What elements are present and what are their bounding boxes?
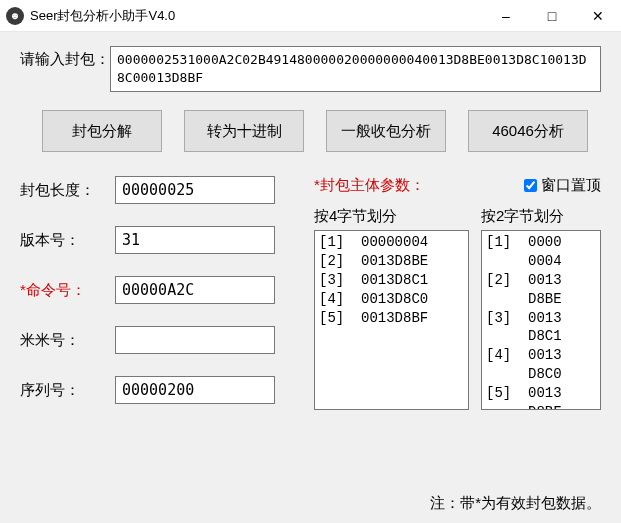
params-header: *封包主体参数： 窗口置顶 bbox=[314, 176, 601, 195]
command-row: *命令号： bbox=[20, 276, 300, 304]
serial-row: 序列号： bbox=[20, 376, 300, 404]
titlebar: ☻ Seer封包分析小助手V4.0 – □ ✕ bbox=[0, 0, 621, 32]
command-label: *命令号： bbox=[20, 281, 115, 300]
by2-group: 按2字节划分 [1] 0000 0004 [2] 0013 D8BE [3] 0… bbox=[481, 207, 601, 410]
length-label: 封包长度： bbox=[20, 181, 115, 200]
version-row: 版本号： bbox=[20, 226, 300, 254]
length-row: 封包长度： bbox=[20, 176, 300, 204]
minimize-button[interactable]: – bbox=[483, 0, 529, 31]
version-field[interactable] bbox=[115, 226, 275, 254]
topmost-checkbox[interactable] bbox=[524, 179, 537, 192]
topmost-label: 窗口置顶 bbox=[541, 176, 601, 195]
by2-listbox[interactable]: [1] 0000 0004 [2] 0013 D8BE [3] 0013 D8C… bbox=[481, 230, 601, 410]
footnote: 注：带*为有效封包数据。 bbox=[430, 494, 601, 513]
window-title: Seer封包分析小助手V4.0 bbox=[30, 7, 483, 25]
by2-title: 按2字节划分 bbox=[481, 207, 601, 226]
to-decimal-button[interactable]: 转为十进制 bbox=[184, 110, 304, 152]
analyze-46046-button[interactable]: 46046分析 bbox=[468, 110, 588, 152]
serial-field[interactable] bbox=[115, 376, 275, 404]
packet-input[interactable] bbox=[110, 46, 601, 92]
by4-title: 按4字节划分 bbox=[314, 207, 469, 226]
mimi-field[interactable] bbox=[115, 326, 275, 354]
lists-row: 按4字节划分 [1] 00000004 [2] 0013D8BE [3] 001… bbox=[314, 207, 601, 410]
button-row: 封包分解 转为十进制 一般收包分析 46046分析 bbox=[42, 110, 601, 152]
mimi-row: 米米号： bbox=[20, 326, 300, 354]
window-controls: – □ ✕ bbox=[483, 0, 621, 31]
by4-listbox[interactable]: [1] 00000004 [2] 0013D8BE [3] 0013D8C1 [… bbox=[314, 230, 469, 410]
app-icon: ☻ bbox=[6, 7, 24, 25]
input-row: 请输入封包： bbox=[20, 46, 601, 92]
decompose-button[interactable]: 封包分解 bbox=[42, 110, 162, 152]
serial-label: 序列号： bbox=[20, 381, 115, 400]
client-area: 请输入封包： 封包分解 转为十进制 一般收包分析 46046分析 封包长度： 版… bbox=[0, 32, 621, 523]
by4-group: 按4字节划分 [1] 00000004 [2] 0013D8BE [3] 001… bbox=[314, 207, 469, 410]
params-title: *封包主体参数： bbox=[314, 176, 425, 195]
close-button[interactable]: ✕ bbox=[575, 0, 621, 31]
input-label: 请输入封包： bbox=[20, 46, 110, 69]
mimi-label: 米米号： bbox=[20, 331, 115, 350]
command-field[interactable] bbox=[115, 276, 275, 304]
topmost-checkbox-wrap[interactable]: 窗口置顶 bbox=[520, 176, 601, 195]
maximize-button[interactable]: □ bbox=[529, 0, 575, 31]
params-column: *封包主体参数： 窗口置顶 按4字节划分 [1] 00000004 [2] 00… bbox=[314, 176, 601, 426]
fields-column: 封包长度： 版本号： *命令号： 米米号： 序列号： bbox=[20, 176, 300, 426]
lower-area: 封包长度： 版本号： *命令号： 米米号： 序列号： *封包主体参数 bbox=[20, 176, 601, 426]
length-field[interactable] bbox=[115, 176, 275, 204]
version-label: 版本号： bbox=[20, 231, 115, 250]
general-recv-button[interactable]: 一般收包分析 bbox=[326, 110, 446, 152]
